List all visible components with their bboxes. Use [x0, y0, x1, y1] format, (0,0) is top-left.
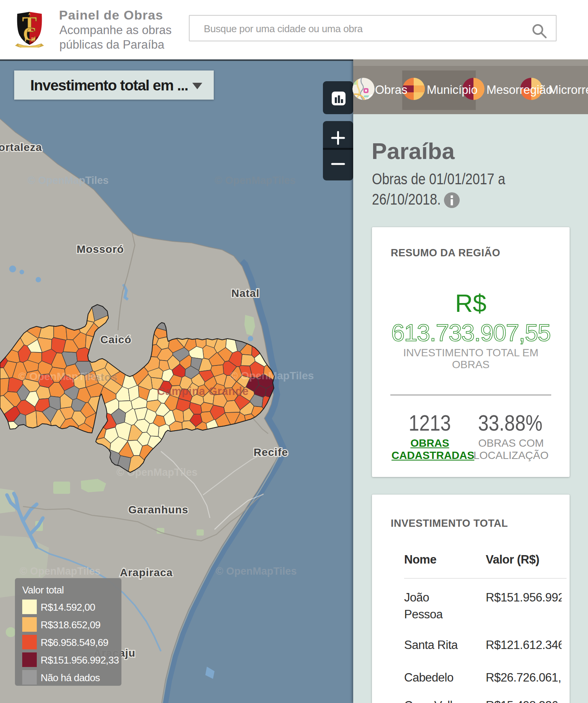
svg-text:© OpenMapTiles: © OpenMapTiles: [215, 175, 295, 186]
svg-text:B: B: [31, 37, 34, 43]
svg-text:© OpenMapTiles: © OpenMapTiles: [28, 175, 108, 186]
svg-text:Caicó: Caicó: [100, 334, 131, 346]
svg-text:Campina Grande: Campina Grande: [157, 385, 249, 397]
svg-text:Recife: Recife: [254, 446, 288, 458]
svg-text:© OpenMapTiles: © OpenMapTiles: [18, 370, 102, 382]
svg-text:Arapiraca: Arapiraca: [120, 567, 173, 578]
svg-text:Natal: Natal: [231, 287, 259, 299]
svg-text:© OpenMapTiles: © OpenMapTiles: [20, 565, 100, 577]
svg-text:Garanhuns: Garanhuns: [128, 504, 188, 516]
svg-text:© OpenMapTiles: © OpenMapTiles: [230, 370, 314, 382]
svg-text:Mossoró: Mossoró: [77, 243, 124, 255]
svg-text:Fortaleza: Fortaleza: [0, 141, 42, 153]
svg-text:© OpenMapTiles: © OpenMapTiles: [216, 565, 296, 577]
svg-text:P: P: [25, 37, 28, 43]
